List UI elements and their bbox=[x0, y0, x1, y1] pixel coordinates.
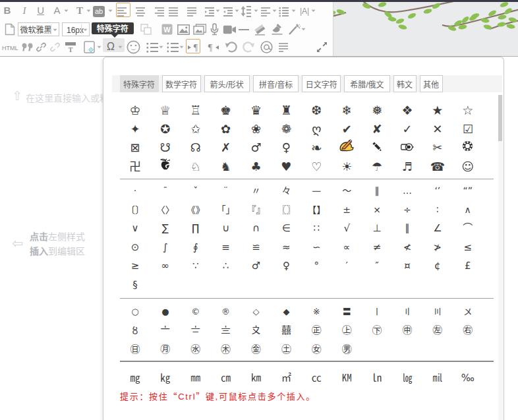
svg-text:T: T bbox=[69, 46, 73, 53]
svg-text:¶: ¶ bbox=[194, 43, 198, 53]
svg-text:¶: ¶ bbox=[208, 43, 213, 53]
svg-text:W: W bbox=[163, 26, 171, 34]
